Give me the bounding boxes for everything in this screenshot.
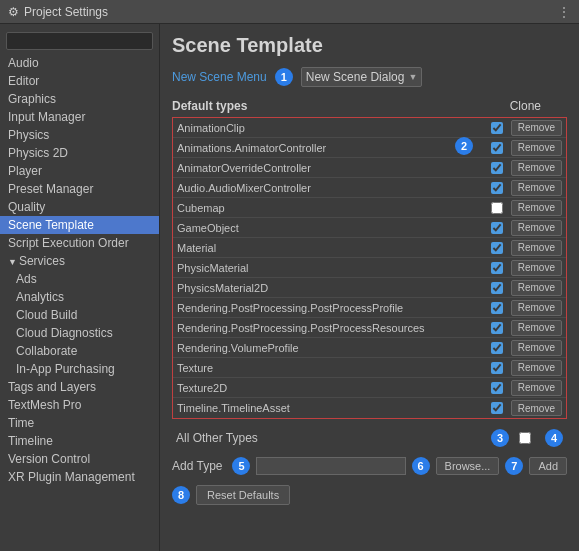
remove-button[interactable]: Remove xyxy=(511,380,562,396)
remove-button[interactable]: Remove xyxy=(511,360,562,376)
clone-checkbox[interactable] xyxy=(491,262,503,274)
remove-button[interactable]: Remove xyxy=(511,200,562,216)
table-row: Timeline.TimelineAssetRemove xyxy=(173,398,566,418)
reset-defaults-button[interactable]: Reset Defaults xyxy=(196,485,290,505)
sidebar-item-collaborate[interactable]: Collaborate xyxy=(0,342,159,360)
remove-button[interactable]: Remove xyxy=(511,120,562,136)
clone-checkbox[interactable] xyxy=(491,382,503,394)
clone-checkbox[interactable] xyxy=(491,162,503,174)
all-other-types-row: All Other Types 3 4 xyxy=(172,427,567,449)
dropdown-value: New Scene Dialog xyxy=(306,70,405,84)
sidebar-item-version-control[interactable]: Version Control xyxy=(0,450,159,468)
clone-checkbox[interactable] xyxy=(491,202,503,214)
type-name: AnimationClip xyxy=(177,122,491,134)
types-table: AnimationClipRemoveAnimations.AnimatorCo… xyxy=(172,117,567,419)
title-bar-text: Project Settings xyxy=(24,5,108,19)
sidebar-item-ads[interactable]: Ads xyxy=(0,270,159,288)
new-scene-dropdown[interactable]: New Scene Dialog ▼ xyxy=(301,67,423,87)
title-bar-menu-icon[interactable]: ⋮ xyxy=(557,4,571,20)
remove-button[interactable]: Remove xyxy=(511,180,562,196)
table-row: Texture2DRemove xyxy=(173,378,566,398)
clone-checkbox[interactable] xyxy=(491,222,503,234)
table-row: Audio.AudioMixerControllerRemove xyxy=(173,178,566,198)
sidebar-item-player[interactable]: Player xyxy=(0,162,159,180)
clone-checkbox[interactable] xyxy=(491,122,503,134)
sidebar-item-quality[interactable]: Quality xyxy=(0,198,159,216)
new-scene-menu-link[interactable]: New Scene Menu xyxy=(172,70,267,84)
type-name: Texture2D xyxy=(177,382,491,394)
sidebar-item-preset-manager[interactable]: Preset Manager xyxy=(0,180,159,198)
all-other-types-label: All Other Types xyxy=(176,431,491,445)
sidebar-item-editor[interactable]: Editor xyxy=(0,72,159,90)
all-other-types-checkbox[interactable] xyxy=(519,432,531,444)
type-name: Cubemap xyxy=(177,202,491,214)
clone-checkbox[interactable] xyxy=(491,182,503,194)
type-name: PhysicsMaterial2D xyxy=(177,282,491,294)
table-row: TextureRemove xyxy=(173,358,566,378)
type-name: Material xyxy=(177,242,491,254)
table-row: GameObjectRemove xyxy=(173,218,566,238)
badge-4: 4 xyxy=(545,429,563,447)
clone-checkbox[interactable] xyxy=(491,402,503,414)
sidebar-item-analytics[interactable]: Analytics xyxy=(0,288,159,306)
remove-button[interactable]: Remove xyxy=(511,240,562,256)
clone-checkbox[interactable] xyxy=(491,342,503,354)
type-name: Animations.AnimatorController xyxy=(177,142,491,154)
sidebar: AudioEditorGraphicsInput ManagerPhysicsP… xyxy=(0,24,160,551)
remove-button[interactable]: Remove xyxy=(511,140,562,156)
sidebar-item-in-app-purchasing[interactable]: In-App Purchasing xyxy=(0,360,159,378)
bottom-row: 8 Reset Defaults xyxy=(172,485,567,505)
sidebar-item-cloud-diagnostics[interactable]: Cloud Diagnostics xyxy=(0,324,159,342)
remove-button[interactable]: Remove xyxy=(511,160,562,176)
clone-checkbox[interactable] xyxy=(491,282,503,294)
remove-button[interactable]: Remove xyxy=(511,260,562,276)
browse-button[interactable]: Browse... xyxy=(436,457,500,475)
clone-checkbox[interactable] xyxy=(491,142,503,154)
sidebar-item-textmesh-pro[interactable]: TextMesh Pro xyxy=(0,396,159,414)
add-type-label: Add Type xyxy=(172,459,222,473)
sidebar-item-physics2d[interactable]: Physics 2D xyxy=(0,144,159,162)
sidebar-item-timeline[interactable]: Timeline xyxy=(0,432,159,450)
sidebar-item-physics[interactable]: Physics xyxy=(0,126,159,144)
sidebar-item-tags-and-layers[interactable]: Tags and Layers xyxy=(0,378,159,396)
settings-icon: ⚙ xyxy=(8,5,19,19)
sidebar-item-time[interactable]: Time xyxy=(0,414,159,432)
sidebar-item-graphics[interactable]: Graphics xyxy=(0,90,159,108)
badge-1: 1 xyxy=(275,68,293,86)
clone-label: Clone xyxy=(510,99,541,113)
clone-checkbox[interactable] xyxy=(491,362,503,374)
sidebar-item-services-group[interactable]: ▼Services xyxy=(0,252,159,270)
sidebar-search-input[interactable] xyxy=(6,32,153,50)
table-row: Animations.AnimatorControllerRemove xyxy=(173,138,566,158)
remove-button[interactable]: Remove xyxy=(511,340,562,356)
remove-button[interactable]: Remove xyxy=(511,220,562,236)
default-types-label: Default types xyxy=(172,99,510,113)
sidebar-item-audio[interactable]: Audio xyxy=(0,54,159,72)
table-row: AnimatorOverrideControllerRemove xyxy=(173,158,566,178)
add-type-input[interactable] xyxy=(256,457,405,475)
sidebar-item-scene-template[interactable]: Scene Template xyxy=(0,216,159,234)
type-name: Timeline.TimelineAsset xyxy=(177,402,491,414)
types-table-container: 2 AnimationClipRemoveAnimations.Animator… xyxy=(172,117,567,419)
sidebar-item-script-execution-order[interactable]: Script Execution Order xyxy=(0,234,159,252)
type-name: Texture xyxy=(177,362,491,374)
table-row: MaterialRemove xyxy=(173,238,566,258)
sidebar-item-cloud-build[interactable]: Cloud Build xyxy=(0,306,159,324)
remove-button[interactable]: Remove xyxy=(511,320,562,336)
remove-button[interactable]: Remove xyxy=(511,300,562,316)
sidebar-item-xr-plugin-management[interactable]: XR Plugin Management xyxy=(0,468,159,486)
remove-button[interactable]: Remove xyxy=(511,400,562,416)
table-row: PhysicMaterialRemove xyxy=(173,258,566,278)
chevron-down-icon: ▼ xyxy=(408,72,417,82)
type-name: Rendering.PostProcessing.PostProcessProf… xyxy=(177,302,491,314)
sidebar-item-input-manager[interactable]: Input Manager xyxy=(0,108,159,126)
remove-button[interactable]: Remove xyxy=(511,280,562,296)
clone-checkbox[interactable] xyxy=(491,242,503,254)
type-name: Rendering.PostProcessing.PostProcessReso… xyxy=(177,322,491,334)
clone-checkbox[interactable] xyxy=(491,302,503,314)
triangle-icon: ▼ xyxy=(8,257,17,267)
type-name: GameObject xyxy=(177,222,491,234)
add-button[interactable]: Add xyxy=(529,457,567,475)
clone-checkbox[interactable] xyxy=(491,322,503,334)
type-name: Rendering.VolumeProfile xyxy=(177,342,491,354)
